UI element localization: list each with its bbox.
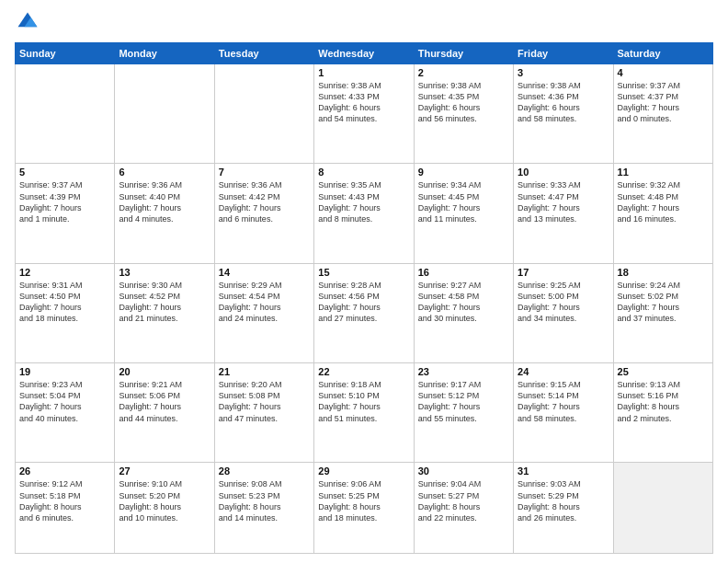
calendar-cell: 19Sunrise: 9:23 AM Sunset: 5:04 PM Dayli… <box>16 363 115 463</box>
day-number: 5 <box>19 167 110 178</box>
weekday-header-saturday: Saturday <box>613 43 712 64</box>
day-info: Sunrise: 9:10 AM Sunset: 5:20 PM Dayligh… <box>119 478 210 523</box>
logo <box>15 9 44 35</box>
day-info: Sunrise: 9:32 AM Sunset: 4:48 PM Dayligh… <box>618 179 709 224</box>
weekday-header-sunday: Sunday <box>16 43 115 64</box>
calendar-cell: 17Sunrise: 9:25 AM Sunset: 5:00 PM Dayli… <box>514 263 613 362</box>
day-info: Sunrise: 9:25 AM Sunset: 5:00 PM Dayligh… <box>518 280 609 325</box>
day-info: Sunrise: 9:31 AM Sunset: 4:50 PM Dayligh… <box>19 280 110 325</box>
day-info: Sunrise: 9:24 AM Sunset: 5:02 PM Dayligh… <box>618 280 709 325</box>
day-info: Sunrise: 9:18 AM Sunset: 5:10 PM Dayligh… <box>318 379 409 424</box>
day-info: Sunrise: 9:08 AM Sunset: 5:23 PM Dayligh… <box>219 478 310 523</box>
day-number: 26 <box>19 465 110 477</box>
calendar-cell: 2Sunrise: 9:38 AM Sunset: 4:35 PM Daylig… <box>414 64 513 164</box>
calendar-cell: 30Sunrise: 9:04 AM Sunset: 5:27 PM Dayli… <box>414 463 513 554</box>
calendar-cell <box>115 64 214 164</box>
calendar-cell: 4Sunrise: 9:37 AM Sunset: 4:37 PM Daylig… <box>613 64 712 164</box>
day-info: Sunrise: 9:04 AM Sunset: 5:27 PM Dayligh… <box>418 478 509 523</box>
calendar-cell: 11Sunrise: 9:32 AM Sunset: 4:48 PM Dayli… <box>613 164 712 263</box>
calendar-cell: 8Sunrise: 9:35 AM Sunset: 4:43 PM Daylig… <box>314 164 414 263</box>
calendar-week-1: 5Sunrise: 9:37 AM Sunset: 4:39 PM Daylig… <box>16 164 713 263</box>
day-number: 19 <box>19 366 110 377</box>
day-number: 21 <box>219 366 310 377</box>
calendar-cell: 3Sunrise: 9:38 AM Sunset: 4:36 PM Daylig… <box>514 64 613 164</box>
day-info: Sunrise: 9:27 AM Sunset: 4:58 PM Dayligh… <box>418 280 509 325</box>
day-info: Sunrise: 9:30 AM Sunset: 4:52 PM Dayligh… <box>119 280 210 325</box>
day-number: 31 <box>518 465 609 477</box>
calendar-cell: 7Sunrise: 9:36 AM Sunset: 4:42 PM Daylig… <box>214 164 313 263</box>
calendar-cell: 6Sunrise: 9:36 AM Sunset: 4:40 PM Daylig… <box>115 164 214 263</box>
day-info: Sunrise: 9:12 AM Sunset: 5:18 PM Dayligh… <box>19 478 110 523</box>
calendar-cell: 28Sunrise: 9:08 AM Sunset: 5:23 PM Dayli… <box>214 463 313 554</box>
weekday-header-friday: Friday <box>514 43 613 64</box>
day-info: Sunrise: 9:35 AM Sunset: 4:43 PM Dayligh… <box>318 179 409 224</box>
day-number: 12 <box>19 267 110 278</box>
calendar-cell: 12Sunrise: 9:31 AM Sunset: 4:50 PM Dayli… <box>16 263 115 362</box>
day-number: 13 <box>119 267 210 278</box>
day-number: 1 <box>318 67 409 78</box>
day-number: 16 <box>418 267 509 278</box>
logo-icon <box>15 9 40 35</box>
day-number: 20 <box>119 366 210 377</box>
calendar-cell: 31Sunrise: 9:03 AM Sunset: 5:29 PM Dayli… <box>514 463 613 554</box>
day-info: Sunrise: 9:37 AM Sunset: 4:37 PM Dayligh… <box>618 80 709 125</box>
day-info: Sunrise: 9:38 AM Sunset: 4:36 PM Dayligh… <box>518 80 609 125</box>
weekday-header-tuesday: Tuesday <box>214 43 313 64</box>
day-number: 28 <box>219 465 310 477</box>
calendar-cell: 20Sunrise: 9:21 AM Sunset: 5:06 PM Dayli… <box>115 363 214 463</box>
day-number: 23 <box>418 366 509 377</box>
calendar-cell: 25Sunrise: 9:13 AM Sunset: 5:16 PM Dayli… <box>613 363 712 463</box>
calendar-cell: 5Sunrise: 9:37 AM Sunset: 4:39 PM Daylig… <box>16 164 115 263</box>
day-number: 11 <box>618 167 709 178</box>
day-number: 9 <box>418 167 509 178</box>
day-number: 6 <box>119 167 210 178</box>
day-number: 17 <box>518 267 609 278</box>
day-info: Sunrise: 9:34 AM Sunset: 4:45 PM Dayligh… <box>418 179 509 224</box>
weekday-header-wednesday: Wednesday <box>314 43 414 64</box>
day-info: Sunrise: 9:15 AM Sunset: 5:14 PM Dayligh… <box>518 379 609 424</box>
day-number: 22 <box>318 366 409 377</box>
calendar-cell: 18Sunrise: 9:24 AM Sunset: 5:02 PM Dayli… <box>613 263 712 362</box>
day-info: Sunrise: 9:36 AM Sunset: 4:40 PM Dayligh… <box>119 179 210 224</box>
calendar-cell: 23Sunrise: 9:17 AM Sunset: 5:12 PM Dayli… <box>414 363 513 463</box>
day-info: Sunrise: 9:23 AM Sunset: 5:04 PM Dayligh… <box>19 379 110 424</box>
calendar-cell: 13Sunrise: 9:30 AM Sunset: 4:52 PM Dayli… <box>115 263 214 362</box>
calendar-cell: 16Sunrise: 9:27 AM Sunset: 4:58 PM Dayli… <box>414 263 513 362</box>
day-number: 3 <box>518 67 609 78</box>
calendar-cell: 24Sunrise: 9:15 AM Sunset: 5:14 PM Dayli… <box>514 363 613 463</box>
calendar-table: SundayMondayTuesdayWednesdayThursdayFrid… <box>15 42 713 554</box>
weekday-header-row: SundayMondayTuesdayWednesdayThursdayFrid… <box>16 43 713 64</box>
calendar-cell: 26Sunrise: 9:12 AM Sunset: 5:18 PM Dayli… <box>16 463 115 554</box>
calendar-cell: 15Sunrise: 9:28 AM Sunset: 4:56 PM Dayli… <box>314 263 414 362</box>
calendar-cell: 22Sunrise: 9:18 AM Sunset: 5:10 PM Dayli… <box>314 363 414 463</box>
day-info: Sunrise: 9:13 AM Sunset: 5:16 PM Dayligh… <box>618 379 709 424</box>
calendar-cell <box>214 64 313 164</box>
day-number: 27 <box>119 465 210 477</box>
header <box>15 9 713 35</box>
day-number: 7 <box>219 167 310 178</box>
calendar-week-4: 26Sunrise: 9:12 AM Sunset: 5:18 PM Dayli… <box>16 463 713 554</box>
day-info: Sunrise: 9:36 AM Sunset: 4:42 PM Dayligh… <box>219 179 310 224</box>
day-number: 18 <box>618 267 709 278</box>
weekday-header-thursday: Thursday <box>414 43 513 64</box>
day-number: 2 <box>418 67 509 78</box>
calendar-cell: 14Sunrise: 9:29 AM Sunset: 4:54 PM Dayli… <box>214 263 313 362</box>
day-info: Sunrise: 9:06 AM Sunset: 5:25 PM Dayligh… <box>318 478 409 523</box>
calendar-cell: 29Sunrise: 9:06 AM Sunset: 5:25 PM Dayli… <box>314 463 414 554</box>
day-info: Sunrise: 9:33 AM Sunset: 4:47 PM Dayligh… <box>518 179 609 224</box>
day-info: Sunrise: 9:38 AM Sunset: 4:35 PM Dayligh… <box>418 80 509 125</box>
day-number: 29 <box>318 465 409 477</box>
day-number: 15 <box>318 267 409 278</box>
day-number: 4 <box>618 67 709 78</box>
day-number: 8 <box>318 167 409 178</box>
page: SundayMondayTuesdayWednesdayThursdayFrid… <box>0 0 728 563</box>
calendar-cell <box>16 64 115 164</box>
calendar-cell: 21Sunrise: 9:20 AM Sunset: 5:08 PM Dayli… <box>214 363 313 463</box>
calendar-week-0: 1Sunrise: 9:38 AM Sunset: 4:33 PM Daylig… <box>16 64 713 164</box>
calendar-week-3: 19Sunrise: 9:23 AM Sunset: 5:04 PM Dayli… <box>16 363 713 463</box>
day-number: 30 <box>418 465 509 477</box>
calendar-cell: 27Sunrise: 9:10 AM Sunset: 5:20 PM Dayli… <box>115 463 214 554</box>
day-info: Sunrise: 9:28 AM Sunset: 4:56 PM Dayligh… <box>318 280 409 325</box>
day-number: 25 <box>618 366 709 377</box>
day-info: Sunrise: 9:38 AM Sunset: 4:33 PM Dayligh… <box>318 80 409 125</box>
